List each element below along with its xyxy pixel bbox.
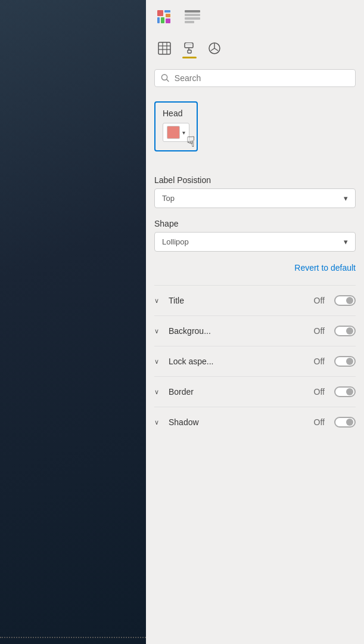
toggle-border-status: Off	[314, 387, 325, 397]
chevron-title-icon: ∨	[154, 297, 164, 305]
analytics-icon-button[interactable]	[203, 37, 226, 60]
chevron-lock-icon: ∨	[154, 358, 164, 366]
toggle-lock-status: Off	[314, 357, 325, 366]
toggle-lock-switch[interactable]	[334, 356, 356, 367]
svg-rect-7	[185, 14, 200, 16]
search-input[interactable]	[175, 73, 349, 83]
label-position-value: Top	[162, 194, 175, 203]
search-box[interactable]	[154, 69, 356, 87]
svg-rect-0	[157, 10, 163, 16]
toggle-row-title: ∨ Title Off	[154, 286, 356, 316]
svg-rect-2	[157, 17, 160, 23]
shape-label: Shape	[154, 219, 356, 228]
top-icon-bar	[146, 0, 364, 32]
toggle-title-label: Title	[169, 296, 309, 305]
label-position-chevron-icon: ▾	[344, 194, 348, 203]
shape-value: Lollipop	[162, 237, 189, 246]
dotted-border	[0, 637, 146, 644]
toggle-lock-label: Lock aspe...	[169, 357, 309, 366]
svg-rect-3	[161, 17, 164, 23]
toggle-row-border: ∨ Border Off	[154, 377, 356, 407]
search-icon	[161, 73, 170, 83]
svg-rect-6	[185, 10, 200, 13]
svg-rect-1	[164, 10, 170, 13]
label-position-label: Label Posistion	[154, 175, 356, 185]
panel-button[interactable]	[181, 6, 204, 30]
color-picker-button[interactable]: ▾	[163, 123, 189, 142]
svg-rect-5	[166, 18, 170, 23]
chevron-down-icon: ▾	[182, 129, 185, 136]
chevron-shadow-icon: ∨	[154, 419, 164, 426]
revert-button[interactable]: Revert to default	[294, 263, 356, 273]
toggle-border-switch[interactable]	[334, 386, 356, 397]
left-panel	[0, 0, 146, 644]
svg-rect-4	[166, 14, 170, 17]
toggle-shadow-switch[interactable]	[334, 417, 356, 428]
toggle-rows-container: ∨ Title Off ∨ Backgrou... Off ∨ Lock asp…	[154, 286, 356, 437]
toggle-row-lock: ∨ Lock aspe... Off	[154, 346, 356, 377]
toggle-title-switch[interactable]	[334, 295, 356, 306]
settings-panel: Head ▾ ☟ Label Posistion Top ▾ Shape	[146, 0, 364, 644]
head-color-section: Head ▾ ☟	[154, 101, 198, 151]
svg-rect-16	[186, 43, 192, 45]
paint-icon-button[interactable]	[178, 37, 201, 60]
toggle-shadow-status: Off	[314, 417, 325, 427]
table-icon-button[interactable]	[153, 37, 176, 60]
toggle-title-status: Off	[314, 296, 325, 305]
shape-chevron-icon: ▾	[344, 237, 348, 246]
toggle-border-label: Border	[169, 387, 309, 397]
chevron-background-icon: ∨	[154, 327, 164, 335]
toggle-background-status: Off	[314, 326, 325, 336]
svg-rect-9	[185, 21, 194, 23]
toggle-background-switch[interactable]	[334, 326, 356, 336]
chevron-border-icon: ∨	[154, 388, 164, 396]
revert-section: Revert to default	[154, 262, 356, 273]
svg-line-21	[167, 79, 169, 81]
color-swatch	[167, 126, 180, 139]
search-container	[146, 64, 364, 92]
toggle-row-background: ∨ Backgrou... Off	[154, 316, 356, 346]
toggle-shadow-label: Shadow	[169, 417, 309, 427]
label-position-section: Label Posistion Top ▾	[154, 175, 356, 208]
shape-section: Shape Lollipop ▾	[154, 219, 356, 252]
toggle-row-shadow: ∨ Shadow Off	[154, 407, 356, 437]
svg-rect-18	[188, 50, 191, 53]
shape-dropdown[interactable]: Lollipop ▾	[154, 232, 356, 252]
svg-rect-8	[185, 17, 200, 20]
format-toolbar	[146, 32, 364, 64]
svg-rect-10	[158, 42, 170, 54]
head-section-label: Head	[163, 109, 189, 118]
toggle-background-label: Backgrou...	[169, 326, 309, 336]
panel-content: Head ▾ ☟ Label Posistion Top ▾ Shape	[146, 92, 364, 644]
mosaic-button[interactable]	[153, 6, 177, 30]
label-position-dropdown[interactable]: Top ▾	[154, 188, 356, 208]
